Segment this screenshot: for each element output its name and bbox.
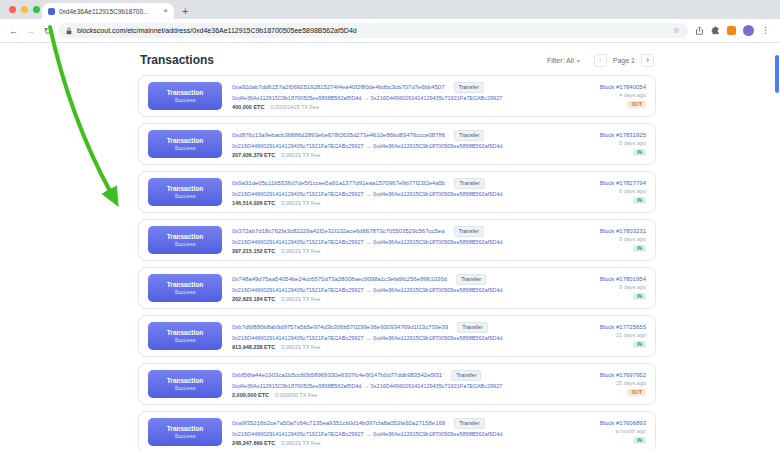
- transaction-hash-link[interactable]: 0xb7d6f880b8ab9d9757a5b5e974d3b306b57029…: [232, 324, 448, 330]
- transaction-status-badge: Transaction Success: [148, 418, 222, 446]
- transaction-meta: Block #17725655 21 days ago IN: [558, 324, 646, 349]
- browser-toolbar: ← → ↻ blockscout.com/etc/mainnet/address…: [0, 19, 780, 43]
- transaction-list: Transaction Success 0xa92dab7dd6157a2f06…: [138, 75, 656, 450]
- share-icon[interactable]: [695, 26, 704, 35]
- transaction-hash-link[interactable]: 0x372ab7d18c762fa3c82229a42f2e31f102ace6…: [232, 228, 445, 234]
- forward-button[interactable]: →: [24, 26, 37, 36]
- from-address-link[interactable]: 0xd4e36Ae112915C9b18700505ee5898B562af5D…: [232, 95, 361, 101]
- browser-tab[interactable]: 0xd4e36Ae112915C9b18700... ×: [42, 3, 174, 19]
- arrow-right-icon: →: [364, 143, 374, 149]
- from-address-link[interactable]: 0x216D44960291414129435c71921Fa7ECABc299…: [232, 239, 364, 245]
- value-row: 146,514.026 ETC 0.00021 TX Fee: [232, 200, 550, 206]
- status-line-2: Success: [175, 337, 196, 344]
- browser-menu-icon[interactable]: ⋮: [761, 26, 770, 35]
- address-row: 0x216D44960291414129435c71921Fa7ECABc299…: [232, 335, 550, 341]
- block-link[interactable]: Block #17801954: [600, 276, 646, 282]
- transaction-meta: Block #17801954 9 days ago IN: [558, 276, 646, 301]
- transaction-meta: Block #17697952 25 days ago OUT: [558, 372, 646, 397]
- transaction-hash-link[interactable]: 0x748a49d75aa54054be24cc6570d73a28008aec…: [232, 276, 447, 282]
- next-page-button[interactable]: ›: [641, 54, 654, 67]
- url-text: blockscout.com/etc/mainnet/address/0xd4e…: [77, 27, 668, 34]
- transaction-type-badge: Transfer: [454, 82, 484, 92]
- transaction-meta: Block #17831925 5 days ago IN: [558, 132, 646, 157]
- block-link[interactable]: Block #17803231: [600, 228, 646, 234]
- from-address-link[interactable]: 0x216D44960291414129435c71921Fa7ECABc299…: [232, 335, 364, 341]
- to-address-link[interactable]: 0xd4e36Ae112915C9b18700505ee5898B562af5D…: [373, 335, 502, 341]
- arrow-right-icon: →: [364, 287, 374, 293]
- prev-page-button[interactable]: ‹: [594, 54, 607, 67]
- arrow-right-icon: →: [364, 239, 374, 245]
- transaction-meta: Block #17840054 4 days ago OUT: [558, 84, 646, 109]
- to-address-link[interactable]: 0xd4e36Ae112915C9b18700505ee5898B562af5D…: [373, 143, 502, 149]
- from-address-link[interactable]: 0x216D44960291414129435c71921Fa7ECABc299…: [232, 287, 364, 293]
- transaction-status-badge: Transaction Success: [148, 226, 222, 254]
- value-row: 248,247.669 ETC 0.00021 TX Fee: [232, 440, 550, 446]
- status-line-1: Transaction: [167, 137, 203, 145]
- transaction-fee: 0.000050 TX Fee: [275, 392, 317, 398]
- block-link[interactable]: Block #17831925: [600, 132, 646, 138]
- to-address-link[interactable]: 0x216D44960291414129435c71921Fa7ECABc299…: [371, 95, 503, 101]
- block-link[interactable]: Block #17827794: [600, 180, 646, 186]
- wallet-extension-icon[interactable]: [727, 26, 736, 35]
- reload-button[interactable]: ↻: [41, 26, 54, 36]
- address-row: 0x216D44960291414129435c71921Fa7ECABc299…: [232, 143, 550, 149]
- transaction-hash-link[interactable]: 0xa9f35216b2ce7a50a7c64c7135ea9351cb0d14…: [232, 420, 445, 426]
- transaction-details: 0x372ab7d18c762fa3c82229a42f2e31f102ace6…: [232, 226, 550, 253]
- bookmark-star-icon[interactable]: ☆: [673, 27, 680, 35]
- arrow-right-icon: →: [364, 335, 374, 341]
- transaction-status-badge: Transaction Success: [148, 130, 222, 158]
- to-address-link[interactable]: 0xd4e36Ae112915C9b18700505ee5898B562af5D…: [373, 191, 502, 197]
- transaction-details: 0x9a31de05c11b5536d7de5f1ccee5a91a1377d9…: [232, 178, 550, 205]
- back-button[interactable]: ←: [7, 26, 20, 36]
- value-row: 297,215.152 ETC 0.00021 TX Fee: [232, 248, 550, 254]
- transaction-type-badge: Transfer: [457, 322, 487, 332]
- value-row: 2,000,000 ETC 0.000050 TX Fee: [232, 392, 550, 398]
- window-zoom-button[interactable]: [33, 6, 40, 13]
- transaction-hash-link[interactable]: 0xd876c13a9ebacb36886d2893ebe678f2635d27…: [232, 132, 445, 138]
- window-close-button[interactable]: [9, 6, 16, 13]
- extensions-puzzle-icon[interactable]: [711, 26, 720, 35]
- from-address-link[interactable]: 0xd4e36Ae112915C9b18700505ee5898B562af5D…: [232, 383, 361, 389]
- status-line-2: Success: [175, 241, 196, 248]
- transaction-hash-link[interactable]: 0xa92dab7dd6157a2f06925192815274f4ea40f2…: [232, 84, 445, 90]
- from-address-link[interactable]: 0x216D44960291414129435c71921Fa7ECABc299…: [232, 191, 364, 197]
- transaction-card: Transaction Success 0xa9f35216b2ce7a50a7…: [138, 411, 656, 450]
- transaction-card: Transaction Success 0xb7d6f880b8ab9d9757…: [138, 315, 656, 357]
- transaction-hash-link[interactable]: 0x9a31de05c11b5536d7de5f1ccee5a91a1377d9…: [232, 180, 445, 186]
- lock-icon[interactable]: [66, 27, 72, 35]
- to-address-link[interactable]: 0xd4e36Ae112915C9b18700505ee5898B562af5D…: [373, 239, 502, 245]
- status-line-1: Transaction: [167, 185, 203, 193]
- transaction-fee: 0.00021 TX Fee: [281, 440, 320, 446]
- scrollbar-thumb[interactable]: [775, 55, 779, 93]
- profile-avatar[interactable]: [743, 25, 754, 36]
- transaction-details: 0xb7d6f880b8ab9d9757a5b5e974d3b306b57029…: [232, 322, 550, 349]
- block-link[interactable]: Block #17840054: [600, 84, 646, 90]
- to-address-link[interactable]: 0xd4e36Ae112915C9b18700505ee5898B562af5D…: [373, 287, 502, 293]
- status-line-2: Success: [175, 433, 196, 440]
- direction-badge: OUT: [627, 101, 646, 109]
- transaction-card: Transaction Success 0xbf56fa44e1903ca1b5…: [138, 363, 656, 405]
- to-address-link[interactable]: 0xd4e36Ae112915C9b18700505ee5898B562af5D…: [373, 431, 502, 437]
- tab-close-icon[interactable]: ×: [163, 7, 168, 15]
- window-controls: [9, 6, 40, 13]
- transaction-hash-link[interactable]: 0xbf56fa44e1903ca1b5cc60b58969330e6307fc…: [232, 372, 442, 378]
- to-address-link[interactable]: 0x216D44960291414129435c71921Fa7ECABc299…: [371, 383, 503, 389]
- transaction-value: 202,623.184 ETC: [232, 296, 275, 302]
- arrow-right-icon: →: [361, 383, 371, 389]
- new-tab-button[interactable]: +: [182, 6, 188, 17]
- block-link[interactable]: Block #17725655: [600, 324, 646, 330]
- block-link[interactable]: Block #17697952: [600, 372, 646, 378]
- address-row: 0x216D44960291414129435c71921Fa7ECABc299…: [232, 287, 550, 293]
- window-minimize-button[interactable]: [21, 6, 28, 13]
- filter-dropdown[interactable]: Filter: All ▾: [547, 57, 580, 64]
- from-address-link[interactable]: 0x216D44960291414129435c71921Fa7ECABc299…: [232, 143, 364, 149]
- status-line-2: Success: [175, 289, 196, 296]
- transaction-status-badge: Transaction Success: [148, 274, 222, 302]
- direction-badge: IN: [633, 293, 646, 301]
- block-link[interactable]: Block #17606893: [600, 420, 646, 426]
- from-address-link[interactable]: 0x216D44960291414129435c71921Fa7ECABc299…: [232, 431, 364, 437]
- arrow-right-icon: →: [361, 95, 371, 101]
- direction-badge: IN: [633, 197, 646, 205]
- tab-title: 0xd4e36Ae112915C9b18700...: [59, 8, 159, 15]
- address-bar[interactable]: blockscout.com/etc/mainnet/address/0xd4e…: [58, 23, 688, 38]
